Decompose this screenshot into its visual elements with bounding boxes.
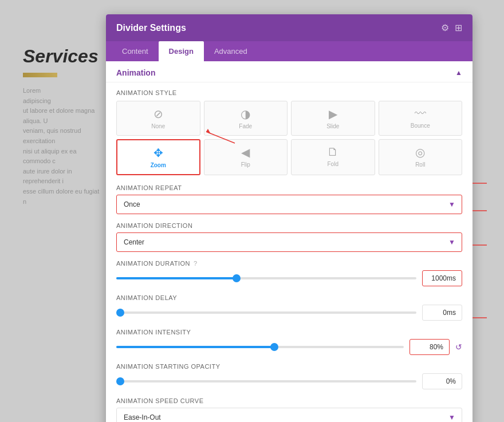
anim-none-label: None xyxy=(121,123,195,129)
animation-opacity-row: Animation Starting Opacity 0% xyxy=(116,363,462,389)
anim-none-icon: ⊘ xyxy=(121,107,195,121)
intensity-thumb[interactable] xyxy=(270,343,278,351)
section-title: Animation xyxy=(116,68,155,77)
modal-panel: Divider Settings ⚙ ⊞ Content Design Adva… xyxy=(106,14,472,422)
opacity-track[interactable] xyxy=(116,380,416,382)
duration-track[interactable] xyxy=(116,277,416,279)
anim-slide-label: Slide xyxy=(296,123,370,129)
delay-label: Animation Delay xyxy=(116,294,177,301)
delay-controls: 0ms xyxy=(116,305,462,321)
animation-repeat-wrapper: Animation Repeat Once Loop Loop Once ▼ xyxy=(116,184,462,214)
duration-fill xyxy=(116,277,237,279)
anim-zoom[interactable]: ✥ Zoom xyxy=(116,139,200,175)
animation-direction-select[interactable]: Center Top Bottom Left Right xyxy=(116,232,462,252)
intensity-reset-icon[interactable]: ↺ xyxy=(455,342,462,352)
delay-header: Animation Delay xyxy=(116,294,462,301)
speed-curve-select[interactable]: Ease-In-Out Linear Ease Ease-In Ease-Out xyxy=(116,408,462,422)
modal-header: Divider Settings ⚙ ⊞ xyxy=(106,14,472,41)
animation-repeat-label: Animation Repeat xyxy=(116,184,462,191)
anim-bounce-label: Bounce xyxy=(384,123,458,129)
opacity-header: Animation Starting Opacity xyxy=(116,363,462,370)
anim-flip-icon: ◀ xyxy=(209,145,283,159)
settings-icon[interactable]: ⚙ xyxy=(441,22,449,33)
animation-delay-row: Animation Delay 0ms xyxy=(116,294,462,321)
tab-content[interactable]: Content xyxy=(112,41,159,61)
modal-body: Animation ▲ Animation Style ⊘ None ◑ Fad… xyxy=(106,61,472,422)
anim-roll-label: Roll xyxy=(384,161,458,168)
anim-fade-label: Fade xyxy=(209,123,283,129)
opacity-thumb[interactable] xyxy=(116,377,124,385)
anim-slide-icon: ▶ xyxy=(296,107,370,121)
intensity-controls: 80% ↺ xyxy=(116,339,462,355)
anim-fold-icon: 🗋 xyxy=(296,145,370,159)
opacity-controls: 0% xyxy=(116,373,462,389)
speed-curve-label: Animation Speed Curve xyxy=(116,397,462,404)
anim-fold[interactable]: 🗋 Fold xyxy=(291,139,375,175)
anim-zoom-label: Zoom xyxy=(122,162,195,168)
anim-fold-label: Fold xyxy=(296,161,370,167)
modal-title: Divider Settings xyxy=(116,23,186,33)
intensity-value[interactable]: 80% xyxy=(410,339,450,355)
animation-speed-curve-wrapper: Animation Speed Curve Ease-In-Out Linear… xyxy=(116,397,462,422)
tab-advanced[interactable]: Advanced xyxy=(204,41,258,61)
anim-flip[interactable]: ◀ Flip xyxy=(204,139,288,175)
animation-style-grid: ⊘ None ◑ Fade ▶ Slide 〰 Bounce ✥ Z xyxy=(116,101,462,175)
intensity-header: Animation Intensity xyxy=(116,329,462,336)
duration-value[interactable]: 1000ms xyxy=(422,270,462,286)
duration-help-icon: ? xyxy=(194,260,197,267)
duration-header: Animation Duration ? xyxy=(116,260,462,267)
anim-fade[interactable]: ◑ Fade xyxy=(204,101,288,136)
delay-track[interactable] xyxy=(116,311,416,314)
section-collapse-icon[interactable]: ▲ xyxy=(455,69,462,77)
intensity-label: Animation Intensity xyxy=(116,329,191,336)
animation-style-label: Animation Style xyxy=(116,89,462,96)
duration-label: Animation Duration xyxy=(116,260,190,267)
intensity-track[interactable] xyxy=(116,346,404,348)
duration-thumb[interactable] xyxy=(233,274,241,282)
anim-roll-icon: ◎ xyxy=(384,145,458,159)
opacity-label: Animation Starting Opacity xyxy=(116,363,220,370)
delay-thumb[interactable] xyxy=(116,309,124,317)
animation-section-header: Animation ▲ xyxy=(106,61,472,82)
anim-none[interactable]: ⊘ None xyxy=(116,101,200,136)
anim-zoom-icon: ✥ xyxy=(122,146,195,160)
anim-flip-label: Flip xyxy=(209,161,283,168)
anim-bounce[interactable]: 〰 Bounce xyxy=(379,101,463,136)
animation-direction-label: Animation Direction xyxy=(116,222,462,229)
section-content: Animation Style ⊘ None ◑ Fade ▶ Slide 〰 … xyxy=(106,82,472,422)
layout-icon[interactable]: ⊞ xyxy=(455,22,462,33)
anim-slide[interactable]: ▶ Slide xyxy=(291,101,375,136)
delay-value[interactable]: 0ms xyxy=(422,305,462,321)
anim-roll[interactable]: ◎ Roll xyxy=(379,139,463,175)
animation-repeat-select[interactable]: Once Loop Loop Once xyxy=(116,195,462,214)
anim-bounce-icon: 〰 xyxy=(384,107,458,120)
intensity-fill xyxy=(116,346,274,348)
animation-intensity-row: Animation Intensity 80% ↺ xyxy=(116,329,462,355)
tab-bar: Content Design Advanced xyxy=(106,41,472,61)
duration-controls: 1000ms xyxy=(116,270,462,286)
anim-fade-icon: ◑ xyxy=(209,107,283,121)
opacity-value[interactable]: 0% xyxy=(422,373,462,389)
header-icons: ⚙ ⊞ xyxy=(441,22,462,33)
animation-direction-wrapper: Animation Direction Center Top Bottom Le… xyxy=(116,222,462,252)
animation-duration-row: Animation Duration ? 1000ms xyxy=(116,260,462,286)
tab-design[interactable]: Design xyxy=(159,41,204,61)
